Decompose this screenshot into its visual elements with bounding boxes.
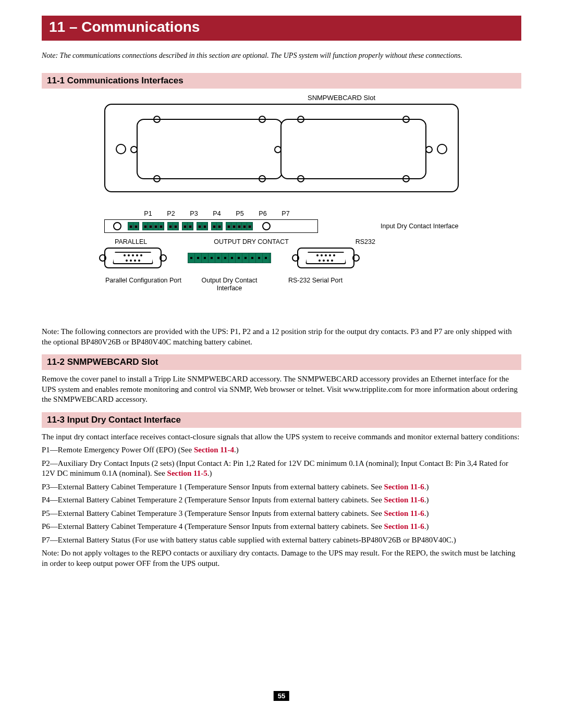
screw-icon xyxy=(352,254,360,262)
parallel-port-icon xyxy=(104,248,162,268)
terminal-p2 xyxy=(142,222,164,230)
connector-row xyxy=(104,248,354,268)
section-ref: Section 11-6 xyxy=(384,509,424,517)
connector-diagram: P1 P2 P3 P4 P5 P6 P7 Input Dry Contact I… xyxy=(104,210,459,309)
section-11-3-heading: 11-3 Input Dry Contact Interface xyxy=(42,412,521,428)
terminal-p5 xyxy=(197,222,208,230)
rs232-port-icon xyxy=(297,248,354,268)
section-11-3-note: Note: Do not apply voltages to the REPO … xyxy=(42,548,521,569)
screw-icon xyxy=(113,222,121,230)
section-ref: Section 11-6 xyxy=(384,522,424,530)
screw-icon xyxy=(274,146,282,153)
section-11-2-heading: 11-2 SNMPWEBCARD Slot xyxy=(42,354,521,370)
panel-screw-icon xyxy=(437,144,447,154)
p7-label: P7 xyxy=(277,210,294,217)
connector-labels-row: PARALLEL OUTPUT DRY CONTACT RS232 xyxy=(115,238,375,245)
snmp-slot-diagram: SNMPWEBCARD Slot xyxy=(104,94,459,192)
screw-icon xyxy=(297,116,304,123)
p6-label: P6 xyxy=(254,210,271,217)
screw-icon xyxy=(259,175,266,182)
p4-label: P4 xyxy=(209,210,225,217)
p3-label: P3 xyxy=(186,210,202,217)
section-ref: Section 11-6 xyxy=(384,496,424,504)
section-ref: Section 11-4 xyxy=(194,446,234,454)
screw-icon xyxy=(402,116,410,123)
screw-icon xyxy=(153,116,161,123)
section-11-3-intro: The input dry contact interface receives… xyxy=(42,432,521,442)
output-dry-caption: Output Dry Contact Interface xyxy=(190,277,268,292)
slot-cover xyxy=(137,119,283,179)
terminal-p4 xyxy=(182,222,193,230)
p1-item: P1—Remote Emergency Power Off (EPO) (See… xyxy=(42,445,521,455)
output-dry-contact-label: OUTPUT DRY CONTACT xyxy=(214,238,289,245)
screw-icon xyxy=(130,146,138,153)
p1-label: P1 xyxy=(140,210,156,217)
screw-icon xyxy=(262,222,271,230)
p7-item: P7—External Battery Status (For use with… xyxy=(42,535,521,546)
p4-item: P4—External Battery Cabinet Temperature … xyxy=(42,495,521,505)
p2-label: P2 xyxy=(163,210,179,217)
screw-icon xyxy=(153,175,161,182)
p5-item: P5—External Battery Cabinet Temperature … xyxy=(42,509,521,519)
top-note: Note: The communications connections des… xyxy=(42,51,521,60)
screw-icon xyxy=(297,175,304,182)
chapter-title-bar: 11 – Communications xyxy=(42,16,521,41)
output-dry-contact-block xyxy=(188,253,271,263)
p3-item: P3—External Battery Cabinet Temperature … xyxy=(42,482,521,492)
parallel-caption: Parallel Configuration Port xyxy=(104,277,182,292)
p5-label: P5 xyxy=(231,210,248,217)
rs232-caption: RS-232 Serial Port xyxy=(276,277,354,292)
p-labels-row: P1 P2 P3 P4 P5 P6 P7 xyxy=(140,210,327,217)
input-dry-contact-label: Input Dry Contact Interface xyxy=(381,223,459,230)
section-11-2-body: Remove the cover panel to install a Trip… xyxy=(42,374,521,405)
section-11-1-heading: 11-1 Communications Interfaces xyxy=(42,73,521,89)
chapter-title: 11 – Communications xyxy=(49,19,200,35)
screw-icon xyxy=(425,146,433,153)
section-ref: Section 11-6 xyxy=(384,483,424,491)
screw-icon xyxy=(292,254,299,262)
p6-item: P6—External Battery Cabinet Temperature … xyxy=(42,522,521,532)
panel-screw-icon xyxy=(116,144,126,154)
section-ref: Section 11-5 xyxy=(167,469,207,477)
screw-icon xyxy=(402,175,410,182)
p2-item: P2—Auxiliary Dry Contact Inputs (2 sets)… xyxy=(42,459,521,479)
parallel-label: PARALLEL xyxy=(115,238,147,245)
terminal-p3 xyxy=(167,222,179,230)
screw-icon xyxy=(99,254,106,262)
slot-cover xyxy=(280,119,426,179)
screw-icon xyxy=(160,254,167,262)
terminal-p1 xyxy=(128,222,139,230)
terminal-p7 xyxy=(226,222,253,230)
screw-icon xyxy=(259,116,266,123)
section-11-1-note: Note: The following connectors are provi… xyxy=(42,327,521,347)
terminal-board xyxy=(104,219,318,233)
snmp-slot-label: SNMPWEBCARD Slot xyxy=(224,94,459,102)
rs232-label: RS232 xyxy=(356,238,375,245)
page-number: 55 xyxy=(274,691,289,701)
connector-captions: Parallel Configuration Port Output Dry C… xyxy=(104,277,354,292)
card-slot-panel xyxy=(104,104,459,192)
terminal-p6 xyxy=(211,222,223,230)
